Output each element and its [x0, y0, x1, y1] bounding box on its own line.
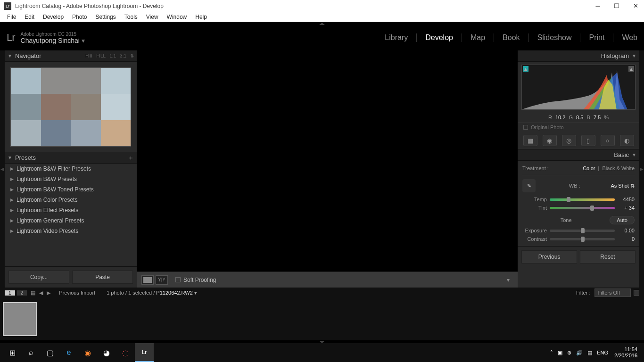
wb-select[interactable]: As Shot ⇅ — [611, 183, 635, 189]
zoom-dropdown-icon[interactable]: ⇅ — [130, 53, 134, 58]
redeye-tool-icon[interactable]: ◎ — [562, 135, 576, 146]
presets-list: ▶Lightroom B&W Filter Presets▶Lightroom … — [5, 164, 137, 266]
close-button[interactable]: ✕ — [631, 1, 640, 11]
basic-header[interactable]: Basic ▼ — [518, 149, 639, 161]
language-indicator[interactable]: ENG — [597, 350, 608, 355]
menu-photo[interactable]: Photo — [68, 14, 91, 20]
filmstrip-thumbnail[interactable] — [3, 302, 37, 336]
filter-select[interactable]: Filters Off — [594, 288, 631, 297]
zoom-fill[interactable]: FILL — [96, 53, 106, 58]
filter-lock-icon[interactable] — [634, 290, 639, 296]
menu-view[interactable]: View — [142, 14, 163, 20]
start-button[interactable]: ⊞ — [3, 343, 22, 362]
temp-slider[interactable]: Temp 4450 — [522, 195, 635, 204]
grid-view-icon[interactable]: ▦ — [31, 290, 35, 296]
primary-display-toggle[interactable]: 1 — [5, 290, 15, 296]
navigator-title: Navigator — [15, 52, 41, 59]
preset-folder[interactable]: ▶Lightroom Effect Presets — [5, 205, 137, 215]
histogram-header[interactable]: Histogram ▼ — [518, 50, 639, 62]
tray-chevron-icon[interactable]: ˄ — [550, 350, 553, 356]
action-center-icon[interactable]: ▤ — [587, 350, 592, 356]
spot-tool-icon[interactable]: ◉ — [543, 135, 557, 146]
chrome-icon[interactable]: ◕ — [97, 343, 116, 362]
crop-tool-icon[interactable]: ▦ — [523, 135, 537, 146]
navigator-header[interactable]: ▼ Navigator FIT FILL 1:1 3:1 ⇅ — [5, 50, 137, 62]
original-checkbox[interactable] — [523, 125, 528, 130]
paste-button[interactable]: Paste — [72, 271, 133, 284]
previous-button[interactable]: Previous — [521, 250, 577, 263]
source-label[interactable]: Previous Import — [59, 290, 95, 296]
firefox-icon[interactable]: ◉ — [78, 343, 97, 362]
preset-folder[interactable]: ▶Lightroom B&W Toned Presets — [5, 184, 137, 195]
module-library[interactable]: Library — [376, 33, 417, 42]
window-controls: ─ ☐ ✕ — [593, 1, 640, 11]
zoom-1-1[interactable]: 1:1 — [109, 53, 116, 58]
volume-icon[interactable]: 🔊 — [576, 350, 583, 356]
wifi-icon[interactable]: ⊚ — [567, 350, 571, 356]
left-panel-toggle[interactable]: ◀ — [0, 50, 5, 288]
add-preset-icon[interactable]: ＋ — [128, 154, 134, 162]
gradient-tool-icon[interactable]: ▯ — [581, 135, 595, 146]
module-map[interactable]: Map — [462, 33, 494, 42]
battery-icon[interactable]: ▣ — [558, 350, 562, 356]
clock[interactable]: 11:54 2/20/2016 — [614, 346, 637, 359]
navigator-preview[interactable] — [10, 67, 131, 147]
zoom-3-1[interactable]: 3:1 — [120, 53, 126, 58]
preset-folder[interactable]: ▶Lightroom B&W Filter Presets — [5, 164, 137, 174]
module-book[interactable]: Book — [494, 33, 528, 42]
menu-file[interactable]: File — [3, 14, 20, 20]
presets-header[interactable]: ▼ Presets ＋ — [5, 152, 137, 164]
maximize-button[interactable]: ☐ — [612, 1, 621, 11]
contrast-slider[interactable]: Contrast 0 — [522, 235, 635, 243]
histogram-svg — [522, 65, 635, 109]
secondary-display-toggle[interactable]: 2 — [17, 290, 27, 296]
lightroom-task-icon[interactable]: Lr — [135, 343, 154, 362]
soft-proof-checkbox[interactable] — [175, 277, 181, 282]
treatment-bw[interactable]: Black & White — [603, 165, 635, 171]
original-label: Original Photo — [531, 124, 564, 130]
edge-icon[interactable]: e — [59, 343, 78, 362]
user-name[interactable]: Chayutpong Sinchai▾ — [21, 37, 85, 44]
radial-tool-icon[interactable]: ○ — [601, 135, 615, 146]
module-print[interactable]: Print — [580, 33, 613, 42]
module-slideshow[interactable]: Slideshow — [529, 33, 581, 42]
module-develop[interactable]: Develop — [417, 33, 462, 42]
search-icon[interactable]: ⌕ — [22, 343, 41, 362]
cc-icon[interactable]: ◌ — [116, 343, 135, 362]
minimize-button[interactable]: ─ — [593, 1, 603, 11]
copy-button[interactable]: Copy... — [8, 271, 69, 284]
preset-folder[interactable]: ▶Lightroom Video Presets — [5, 226, 137, 236]
exposure-slider[interactable]: Exposure 0.00 — [522, 226, 635, 235]
reset-button[interactable]: Reset — [580, 250, 636, 263]
preset-folder[interactable]: ▶Lightroom B&W Presets — [5, 174, 137, 184]
menu-settings[interactable]: Settings — [91, 14, 120, 20]
menu-help[interactable]: Help — [191, 14, 211, 20]
preset-folder[interactable]: ▶Lightroom Color Presets — [5, 195, 137, 205]
menu-window[interactable]: Window — [163, 14, 191, 20]
eyedropper-icon[interactable]: ✎ — [522, 179, 536, 192]
menu-tools[interactable]: Tools — [120, 14, 142, 20]
preset-folder[interactable]: ▶Lightroom General Presets — [5, 215, 137, 226]
zoom-fit[interactable]: FIT — [85, 53, 92, 58]
treatment-color[interactable]: Color — [583, 165, 595, 171]
original-photo-row[interactable]: Original Photo — [518, 122, 639, 132]
histogram-display[interactable]: ▲ ▲ — [521, 65, 636, 110]
task-view-icon[interactable]: ▢ — [41, 343, 59, 362]
module-web[interactable]: Web — [613, 33, 637, 42]
tint-slider[interactable]: Tint + 34 — [522, 204, 635, 212]
filmstrip[interactable] — [0, 298, 644, 340]
nav-forward-icon[interactable]: ▶ — [47, 290, 50, 296]
image-canvas[interactable] — [137, 50, 518, 272]
auto-tone-button[interactable]: Auto — [610, 216, 635, 224]
right-panel-toggle[interactable]: ▶ — [639, 50, 644, 288]
shadow-clip-icon[interactable]: ▲ — [523, 66, 528, 72]
nav-back-icon[interactable]: ◀ — [39, 290, 43, 296]
menu-edit[interactable]: Edit — [20, 14, 39, 20]
before-after-button[interactable]: Y|Y — [156, 275, 168, 285]
menu-develop[interactable]: Develop — [39, 14, 68, 20]
brush-tool-icon[interactable]: ◐ — [620, 135, 634, 146]
filename: P1120642.RW2 — [156, 290, 192, 296]
highlight-clip-icon[interactable]: ▲ — [628, 66, 634, 72]
loupe-view-button[interactable] — [141, 275, 154, 285]
toolbar-menu-icon[interactable]: ▾ — [504, 275, 513, 285]
